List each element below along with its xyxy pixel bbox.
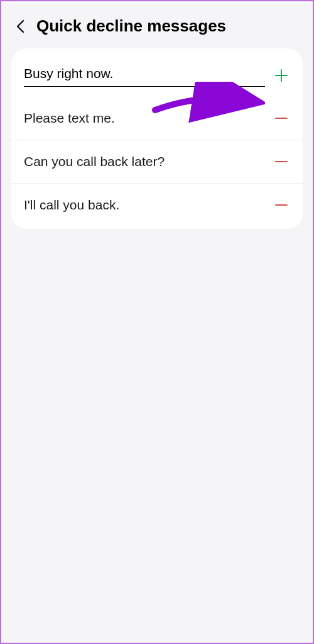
add-button[interactable] [273, 67, 290, 84]
input-wrap [24, 64, 265, 87]
list-item[interactable]: Can you call back later? [11, 140, 303, 183]
message-text: I'll call you back. [24, 197, 119, 213]
back-button[interactable] [14, 20, 26, 33]
list-item[interactable]: I'll call you back. [11, 183, 303, 226]
page-title: Quick decline messages [36, 16, 226, 36]
remove-button[interactable] [273, 153, 290, 170]
new-message-input[interactable] [24, 64, 265, 87]
remove-button[interactable] [273, 196, 290, 214]
message-text: Please text me. [24, 111, 115, 126]
message-text: Can you call back later? [24, 154, 165, 169]
chevron-left-icon [16, 19, 24, 33]
minus-icon [274, 154, 289, 169]
remove-button[interactable] [273, 109, 290, 127]
messages-list: Please text me. Can you call back later?… [11, 91, 303, 226]
minus-icon [274, 197, 289, 213]
new-message-row [11, 51, 303, 91]
plus-icon [274, 68, 289, 83]
messages-card: Please text me. Can you call back later?… [11, 48, 303, 229]
list-item[interactable]: Please text me. [11, 97, 303, 140]
header: Quick decline messages [1, 1, 313, 48]
minus-icon [274, 111, 289, 126]
